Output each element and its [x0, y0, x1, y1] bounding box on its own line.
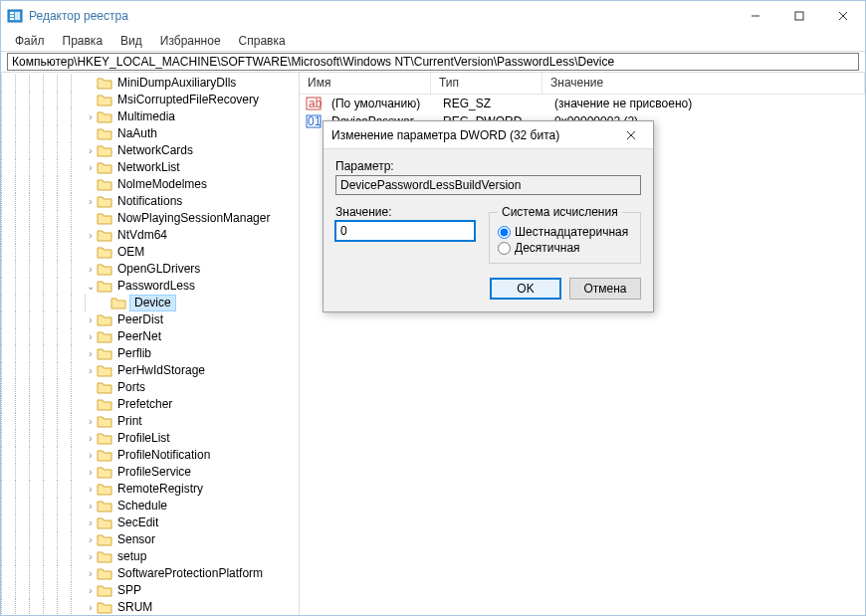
tree-item[interactable]: NaAuth	[1, 125, 299, 142]
tree-item[interactable]: ›Print	[1, 413, 299, 430]
menu-file[interactable]: Файл	[7, 32, 53, 50]
menu-help[interactable]: Справка	[231, 32, 294, 50]
tree-item[interactable]: ›NtVdm64	[1, 227, 299, 244]
tree-item-label: setup	[115, 548, 148, 565]
twisty-icon[interactable]: ›	[85, 531, 97, 548]
twisty-icon[interactable]: ›	[85, 430, 97, 447]
tree-item[interactable]: ›SPP	[1, 582, 299, 599]
col-header-name[interactable]: Имя	[300, 73, 431, 94]
twisty-icon[interactable]: ›	[85, 464, 97, 481]
main-split: MiniDumpAuxiliaryDllsMsiCorruptedFileRec…	[1, 73, 865, 615]
tree-item-label: MsiCorruptedFileRecovery	[115, 92, 261, 108]
tree-item[interactable]: ›NetworkCards	[1, 142, 299, 159]
tree-item-label: SecEdit	[115, 514, 160, 531]
tree-item[interactable]: ›Notifications	[1, 193, 299, 210]
radio-hex[interactable]: Шестнадцатеричная	[498, 225, 632, 239]
minimize-button[interactable]	[734, 1, 777, 31]
twisty-icon[interactable]: ›	[85, 328, 97, 345]
folder-icon	[97, 414, 112, 430]
tree-item-label: NtVdm64	[115, 227, 169, 244]
radio-dec-input[interactable]	[498, 242, 511, 255]
twisty-icon[interactable]: ›	[85, 565, 97, 582]
param-name-input[interactable]	[335, 175, 641, 195]
tree-item[interactable]: ›PerHwIdStorage	[1, 362, 299, 379]
tree-item[interactable]: ›SecEdit	[1, 514, 299, 531]
tree-item[interactable]: ›Perflib	[1, 345, 299, 362]
regedit-icon	[7, 8, 23, 24]
twisty-icon[interactable]: ›	[85, 514, 97, 531]
tree-item[interactable]: ›RemoteRegistry	[1, 481, 299, 498]
address-input[interactable]	[7, 53, 859, 71]
value-label: Значение:	[335, 205, 475, 219]
tree-item[interactable]: OEM	[1, 244, 299, 261]
tree-item[interactable]: MsiCorruptedFileRecovery	[1, 92, 299, 108]
tree-item[interactable]: ›NetworkList	[1, 159, 299, 176]
tree-item[interactable]: ›setup	[1, 548, 299, 565]
tree-item[interactable]: ›Multimedia	[1, 108, 299, 125]
tree-item[interactable]: ›SRUM	[1, 599, 299, 615]
twisty-icon[interactable]: ›	[85, 548, 97, 565]
menu-favorites[interactable]: Избранное	[152, 32, 229, 50]
twisty-icon[interactable]: ›	[85, 142, 97, 159]
radio-dec-label: Десятичная	[515, 241, 580, 255]
tree-item[interactable]: Prefetcher	[1, 396, 299, 413]
twisty-icon[interactable]: ›	[85, 599, 97, 615]
tree-item[interactable]: MiniDumpAuxiliaryDlls	[1, 75, 299, 92]
base-fieldset: Система исчисления Шестнадцатеричная Дес…	[489, 205, 641, 264]
folder-icon	[97, 566, 112, 582]
svg-text:010: 010	[308, 114, 322, 128]
twisty-icon[interactable]: ›	[85, 193, 97, 210]
twisty-icon[interactable]: ›	[85, 413, 97, 430]
close-button[interactable]	[821, 1, 865, 31]
tree-item[interactable]: ›PeerDist	[1, 311, 299, 328]
twisty-icon[interactable]: ›	[85, 447, 97, 464]
maximize-button[interactable]	[777, 1, 821, 31]
col-header-type[interactable]: Тип	[431, 73, 542, 94]
tree-item[interactable]: ⌄PasswordLess	[1, 278, 299, 295]
tree-item[interactable]: ›ProfileList	[1, 430, 299, 447]
twisty-icon[interactable]: ›	[85, 345, 97, 362]
tree-item[interactable]: NolmeModelmes	[1, 176, 299, 193]
twisty-icon[interactable]: ›	[85, 159, 97, 176]
twisty-icon[interactable]: ›	[85, 481, 97, 498]
tree-item[interactable]: ›Sensor	[1, 531, 299, 548]
svg-rect-2	[10, 15, 14, 17]
tree-item[interactable]: ›PeerNet	[1, 328, 299, 345]
twisty-icon[interactable]: ›	[85, 227, 97, 244]
twisty-icon[interactable]: ›	[85, 582, 97, 599]
tree-item[interactable]: ›ProfileService	[1, 464, 299, 481]
tree-item[interactable]: ›OpenGLDrivers	[1, 261, 299, 278]
twisty-icon[interactable]: ›	[85, 108, 97, 125]
folder-icon	[97, 93, 112, 108]
twisty-icon[interactable]: ›	[85, 311, 97, 328]
dialog-close-button[interactable]	[617, 121, 645, 148]
twisty-icon[interactable]: ⌄	[85, 278, 97, 295]
tree-pane[interactable]: MiniDumpAuxiliaryDllsMsiCorruptedFileRec…	[1, 73, 300, 615]
tree-item[interactable]: NowPlayingSessionManager	[1, 210, 299, 227]
tree-item[interactable]: ›ProfileNotification	[1, 447, 299, 464]
tree-item[interactable]: ›SoftwareProtectionPlatform	[1, 565, 299, 582]
tree-item-label: Ports	[115, 379, 147, 396]
twisty-icon[interactable]: ›	[85, 261, 97, 278]
dialog-title: Изменение параметра DWORD (32 бита)	[331, 128, 617, 142]
cancel-button[interactable]: Отмена	[569, 278, 641, 300]
folder-icon	[97, 177, 112, 193]
list-row[interactable]: ab(По умолчанию)REG_SZ(значение не присв…	[300, 95, 865, 112]
radio-dec[interactable]: Десятичная	[498, 241, 632, 255]
radio-hex-input[interactable]	[498, 226, 511, 239]
tree-item-label: Multimedia	[115, 108, 177, 125]
menu-edit[interactable]: Правка	[55, 32, 111, 50]
value-input[interactable]	[335, 221, 475, 241]
col-header-value[interactable]: Значение	[542, 73, 865, 94]
tree-item[interactable]: ›Schedule	[1, 498, 299, 514]
ok-button[interactable]: OK	[490, 278, 561, 300]
tree-item-label: PasswordLess	[115, 278, 197, 295]
tree-item-label: PeerDist	[115, 311, 165, 328]
tree-item[interactable]: Device	[1, 295, 299, 311]
folder-icon	[97, 549, 112, 565]
twisty-icon[interactable]: ›	[85, 498, 97, 514]
tree-item[interactable]: Ports	[1, 379, 299, 396]
edit-dword-dialog: Изменение параметра DWORD (32 бита) Пара…	[323, 120, 654, 312]
menu-view[interactable]: Вид	[112, 32, 150, 50]
twisty-icon[interactable]: ›	[85, 362, 97, 379]
